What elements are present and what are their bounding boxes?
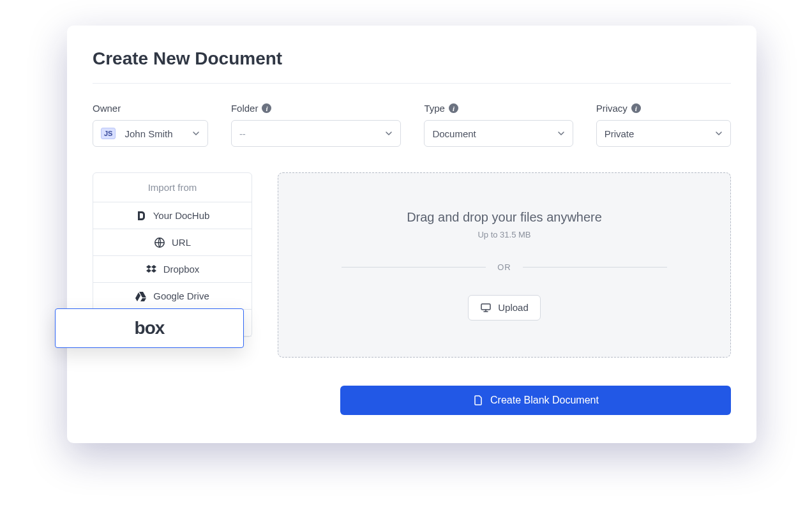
type-label: Type — [424, 103, 445, 114]
folder-label: Folder — [231, 103, 259, 114]
import-panel: Import from Your DocHub URL Dropbox — [93, 172, 252, 337]
primary-button-label: Create Blank Document — [490, 395, 599, 406]
create-blank-document-button[interactable]: Create Blank Document — [340, 386, 731, 415]
folder-value: -- — [239, 128, 386, 139]
owner-avatar-chip: JS — [101, 128, 116, 139]
globe-icon — [154, 237, 165, 248]
type-select[interactable]: Document — [424, 120, 573, 147]
google-drive-icon — [135, 291, 147, 302]
import-item-label: Google Drive — [153, 291, 209, 301]
box-logo: box — [135, 318, 165, 338]
import-item-gdrive[interactable]: Google Drive — [93, 283, 252, 310]
upload-button[interactable]: Upload — [468, 295, 541, 321]
meta-form-row: Owner JS John Smith Folder i -- — [93, 103, 731, 147]
divider — [523, 267, 667, 268]
chevron-down-icon — [557, 130, 565, 137]
chevron-down-icon — [715, 130, 723, 137]
privacy-label: Privacy — [596, 103, 628, 114]
info-icon[interactable]: i — [262, 103, 271, 113]
info-icon[interactable]: i — [449, 103, 458, 113]
privacy-select[interactable]: Private — [596, 120, 731, 147]
folder-field: Folder i -- — [231, 103, 402, 147]
import-item-box-highlight[interactable]: box — [55, 308, 244, 348]
import-heading: Import from — [93, 173, 252, 202]
monitor-icon — [480, 302, 492, 313]
chevron-down-icon — [385, 130, 393, 137]
dropzone-subtitle: Up to 31.5 MB — [477, 230, 530, 239]
owner-value: John Smith — [124, 128, 186, 139]
create-document-card: Create New Document Owner JS John Smith … — [67, 26, 756, 443]
import-item-dropbox[interactable]: Dropbox — [93, 256, 252, 283]
dochub-icon — [135, 210, 147, 222]
import-item-label: Dropbox — [163, 264, 200, 275]
dropzone-title: Drag and drop your files anywhere — [407, 210, 602, 225]
privacy-field: Privacy i Private — [596, 103, 731, 147]
document-icon — [472, 395, 484, 406]
chevron-down-icon — [192, 130, 200, 137]
privacy-value: Private — [605, 128, 715, 139]
upload-button-label: Upload — [498, 302, 529, 313]
or-text: OR — [497, 262, 511, 272]
owner-field: Owner JS John Smith — [93, 103, 208, 147]
import-item-label: URL — [172, 237, 191, 248]
owner-label: Owner — [93, 103, 121, 114]
import-item-label: Your DocHub — [153, 210, 210, 221]
import-item-url[interactable]: URL — [93, 229, 252, 256]
or-separator: OR — [342, 262, 667, 272]
import-item-dochub[interactable]: Your DocHub — [93, 202, 252, 229]
divider — [93, 83, 731, 84]
owner-select[interactable]: JS John Smith — [93, 120, 208, 147]
main-row: Import from Your DocHub URL Dropbox — [93, 172, 731, 358]
divider — [342, 267, 486, 268]
page-title: Create New Document — [93, 49, 731, 69]
type-field: Type i Document — [424, 103, 573, 147]
info-icon[interactable]: i — [631, 103, 641, 113]
type-value: Document — [432, 128, 557, 139]
file-dropzone[interactable]: Drag and drop your files anywhere Up to … — [278, 172, 731, 358]
svg-rect-1 — [481, 304, 490, 310]
folder-select[interactable]: -- — [231, 120, 402, 147]
dropbox-icon — [146, 264, 157, 275]
